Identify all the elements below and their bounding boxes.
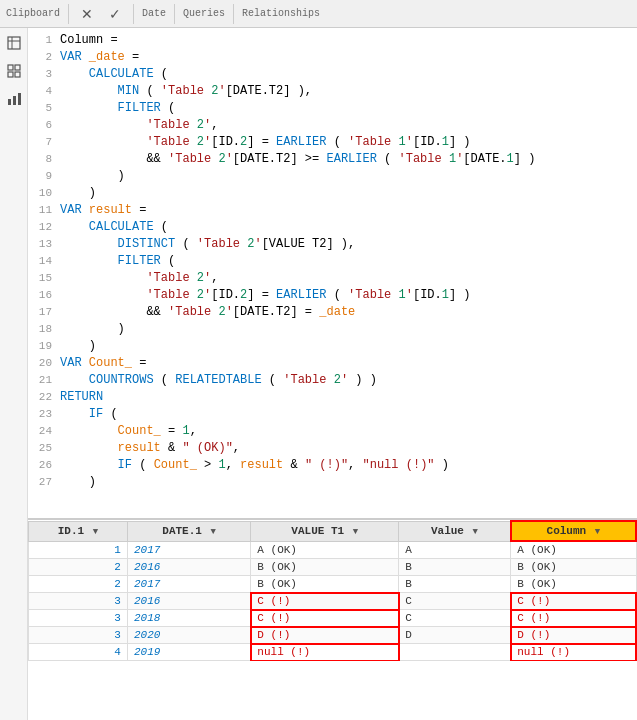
line-number: 17: [32, 306, 60, 318]
col-header-value[interactable]: Value ▼: [399, 521, 511, 541]
cell-value-t1: D (!): [251, 627, 399, 644]
code-line: 21 COUNTROWS ( RELATEDTABLE ( 'Table 2' …: [28, 372, 637, 389]
col-header-column[interactable]: Column ▼: [511, 521, 636, 541]
code-text: ): [60, 168, 125, 185]
code-line: 10 ): [28, 185, 637, 202]
queries-label: Queries: [183, 8, 225, 19]
code-text: MIN ( 'Table 2'[DATE.T2] ),: [60, 83, 312, 100]
code-line: 17 && 'Table 2'[DATE.T2] = _date: [28, 304, 637, 321]
code-text: 'Table 2',: [60, 270, 218, 287]
code-line: 3 CALCULATE (: [28, 66, 637, 83]
svg-rect-4: [15, 65, 20, 70]
svg-rect-3: [8, 65, 13, 70]
divider-1: [68, 4, 69, 24]
svg-rect-0: [8, 37, 20, 49]
cell-id: 3: [29, 610, 128, 627]
cell-column: C (!): [511, 593, 636, 610]
cancel-button[interactable]: ✕: [77, 4, 97, 24]
confirm-button[interactable]: ✓: [105, 4, 125, 24]
sidebar-icon-table[interactable]: [3, 32, 25, 54]
code-line: 6 'Table 2',: [28, 117, 637, 134]
line-number: 19: [32, 340, 60, 352]
code-text: result & " (OK)",: [60, 440, 240, 457]
line-number: 25: [32, 442, 60, 454]
filter-icon[interactable]: ▼: [595, 527, 600, 537]
col-header-date.1[interactable]: DATE.1 ▼: [127, 521, 250, 541]
line-number: 11: [32, 204, 60, 216]
line-number: 7: [32, 136, 60, 148]
cell-date: 2017: [127, 541, 250, 559]
svg-rect-8: [13, 96, 16, 105]
content-area: 1Column =2VAR _date =3 CALCULATE (4 MIN …: [28, 28, 637, 720]
line-number: 1: [32, 34, 60, 46]
filter-icon[interactable]: ▼: [353, 527, 358, 537]
svg-rect-7: [8, 99, 11, 105]
cell-id: 2: [29, 559, 128, 576]
toolbar-date: Date: [142, 8, 166, 19]
line-number: 27: [32, 476, 60, 488]
code-text: Column =: [60, 32, 118, 49]
line-number: 16: [32, 289, 60, 301]
sidebar-icon-chart[interactable]: [3, 88, 25, 110]
code-text: ): [60, 338, 96, 355]
cell-id: 4: [29, 644, 128, 661]
line-number: 13: [32, 238, 60, 250]
cell-value: D: [399, 627, 511, 644]
cell-value: B: [399, 576, 511, 593]
cell-value-t1: C (!): [251, 610, 399, 627]
code-line: 18 ): [28, 321, 637, 338]
cell-date: 2016: [127, 593, 250, 610]
col-header-id.1[interactable]: ID.1 ▼: [29, 521, 128, 541]
filter-icon[interactable]: ▼: [473, 527, 478, 537]
filter-icon[interactable]: ▼: [211, 527, 216, 537]
filter-icon[interactable]: ▼: [93, 527, 98, 537]
sidebar: [0, 28, 28, 720]
code-line: 27 ): [28, 474, 637, 491]
code-text: CALCULATE (: [60, 66, 168, 83]
code-line: 19 ): [28, 338, 637, 355]
line-number: 2: [32, 51, 60, 63]
cell-column: B (OK): [511, 559, 636, 576]
code-line: 16 'Table 2'[ID.2] = EARLIER ( 'Table 1'…: [28, 287, 637, 304]
line-number: 18: [32, 323, 60, 335]
divider-2: [133, 4, 134, 24]
cell-value: C: [399, 593, 511, 610]
cell-value-t1: A (OK): [251, 541, 399, 559]
line-number: 10: [32, 187, 60, 199]
code-line: 2VAR _date =: [28, 49, 637, 66]
cell-value-t1: C (!): [251, 593, 399, 610]
table-row: 32018C (!)CC (!): [29, 610, 637, 627]
sidebar-icon-grid[interactable]: [3, 60, 25, 82]
line-number: 20: [32, 357, 60, 369]
relationships-label: Relationships: [242, 8, 320, 19]
line-number: 22: [32, 391, 60, 403]
code-text: VAR result =: [60, 202, 146, 219]
table-row: 42019null (!)null (!): [29, 644, 637, 661]
code-text: VAR _date =: [60, 49, 139, 66]
code-line: 24 Count_ = 1,: [28, 423, 637, 440]
code-line: 14 FILTER (: [28, 253, 637, 270]
cell-column: A (OK): [511, 541, 636, 559]
code-line: 11VAR result =: [28, 202, 637, 219]
line-number: 12: [32, 221, 60, 233]
code-editor[interactable]: 1Column =2VAR _date =3 CALCULATE (4 MIN …: [28, 28, 637, 518]
svg-rect-6: [15, 72, 20, 77]
line-number: 5: [32, 102, 60, 114]
cell-value: B: [399, 559, 511, 576]
line-number: 21: [32, 374, 60, 386]
line-number: 26: [32, 459, 60, 471]
code-line: 9 ): [28, 168, 637, 185]
cell-id: 3: [29, 593, 128, 610]
code-text: FILTER (: [60, 100, 175, 117]
code-text: ): [60, 321, 125, 338]
col-header-value-t1[interactable]: VALUE T1 ▼: [251, 521, 399, 541]
cell-value-t1: B (OK): [251, 559, 399, 576]
cell-id: 2: [29, 576, 128, 593]
cell-date: 2016: [127, 559, 250, 576]
line-number: 9: [32, 170, 60, 182]
code-line: 8 && 'Table 2'[DATE.T2] >= EARLIER ( 'Ta…: [28, 151, 637, 168]
svg-rect-9: [18, 93, 21, 105]
cell-value: C: [399, 610, 511, 627]
code-text: IF ( Count_ > 1, result & " (!)", "null …: [60, 457, 449, 474]
code-line: 25 result & " (OK)",: [28, 440, 637, 457]
